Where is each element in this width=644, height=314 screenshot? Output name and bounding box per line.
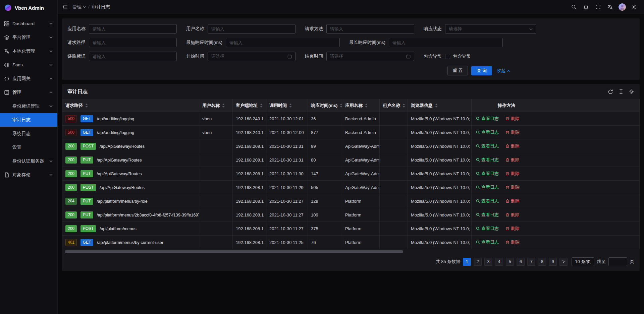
bell-icon[interactable] xyxy=(581,2,591,12)
view-log-button[interactable]: 查看日志 xyxy=(476,171,499,177)
column-header-browser-info[interactable]: 浏览器信息 xyxy=(408,99,472,112)
page-button[interactable]: 7 xyxy=(527,258,535,266)
delete-button[interactable]: 删除 xyxy=(505,226,520,232)
sidebar-item-object-storage[interactable]: 对象存储 xyxy=(0,168,57,182)
view-log-button[interactable]: 查看日志 xyxy=(476,226,499,232)
sidebar-item-system-log[interactable]: 系统日志 xyxy=(0,127,57,140)
table-row[interactable]: 200 POST /api/ApiGateway/Routes 192.168.… xyxy=(62,139,640,153)
table-row[interactable]: 401 GET /api/platform/menus/by-current-u… xyxy=(62,236,640,249)
sidebar-item-audit-log[interactable]: 审计日志 xyxy=(0,113,57,127)
delete-button[interactable]: 删除 xyxy=(505,157,520,163)
table-row[interactable]: 200 PUT /api/platform/menus/2b3accf8-4fb… xyxy=(62,208,640,222)
sidebar-item-platform[interactable]: 平台管理 xyxy=(0,30,57,44)
page-button[interactable]: 9 xyxy=(549,258,557,266)
delete-button[interactable]: 删除 xyxy=(505,184,520,190)
localization-icon xyxy=(4,49,9,54)
table-row[interactable]: 500 GET /api/auditing/logging vben 192.1… xyxy=(62,112,640,126)
column-header-client-address[interactable]: 客户端地址 xyxy=(233,99,266,112)
page-button[interactable]: 3 xyxy=(484,258,492,266)
sidebar-item-auth-server[interactable]: 身份认证服务器 xyxy=(0,154,57,168)
column-header-user-name[interactable]: 用户名称 xyxy=(199,99,233,112)
column-header-tenant-name[interactable]: 租户名称 xyxy=(380,99,408,112)
sidebar-item-dashboard[interactable]: Dashboard xyxy=(0,17,57,30)
query-button[interactable]: 查 询 xyxy=(471,66,492,75)
page-button[interactable]: 1 xyxy=(463,258,471,266)
end-time-picker[interactable]: 请选择 xyxy=(326,52,414,61)
browser-info-cell: Mozilla/5.0 (Windows NT 10.0; Win xyxy=(408,112,472,126)
column-header-call-time[interactable]: 调用时间 xyxy=(266,99,308,112)
chevron-up-icon xyxy=(507,70,510,72)
scrollbar-thumb[interactable] xyxy=(65,250,403,253)
delete-button[interactable]: 删除 xyxy=(505,116,520,122)
sidebar-fold-icon[interactable] xyxy=(62,5,68,9)
page-button[interactable]: 4 xyxy=(495,258,503,266)
max-response-time-input[interactable] xyxy=(389,38,503,47)
reset-button[interactable]: 重 置 xyxy=(447,66,468,75)
avatar[interactable] xyxy=(617,2,627,12)
row-height-icon[interactable] xyxy=(619,89,624,95)
page-button[interactable]: 2 xyxy=(474,258,482,266)
delete-button[interactable]: 删除 xyxy=(505,239,520,245)
breadcrumb-root[interactable]: 管理 xyxy=(72,4,86,10)
view-log-button[interactable]: 查看日志 xyxy=(476,157,499,163)
search-icon[interactable] xyxy=(569,2,579,12)
sidebar-item-gateway[interactable]: 应用网关 xyxy=(0,72,57,85)
view-log-button[interactable]: 查看日志 xyxy=(476,198,499,204)
app-name-input[interactable] xyxy=(89,24,177,34)
sidebar-item-localization[interactable]: 本地化管理 xyxy=(0,44,57,58)
column-header-response-time[interactable]: 响应时间(ms) xyxy=(308,99,342,112)
delete-button[interactable]: 删除 xyxy=(505,143,520,149)
page-button[interactable]: 8 xyxy=(538,258,546,266)
view-log-button[interactable]: 查看日志 xyxy=(476,239,499,245)
magnifier-icon xyxy=(476,158,480,162)
response-status-select[interactable]: 请选择 xyxy=(445,24,536,34)
delete-button[interactable]: 删除 xyxy=(505,171,520,177)
next-page-button[interactable] xyxy=(559,258,568,266)
table-row[interactable]: 204 PUT /api/platform/menus/by-role 192.… xyxy=(62,194,640,208)
sidebar-item-identity[interactable]: 身份标识管理 xyxy=(0,99,57,113)
fullscreen-icon[interactable] xyxy=(593,2,603,12)
view-log-button[interactable]: 查看日志 xyxy=(476,212,499,218)
table-row[interactable]: 500 GET /api/auditing/logging vben 192.1… xyxy=(62,126,640,139)
sidebar-item-saas[interactable]: Saas xyxy=(0,58,57,72)
audit-log-table: 请求路径 用户名称 客户端地址 调用时间 响应时间(ms) 应用名称 租户名称 … xyxy=(62,99,640,249)
page-button[interactable]: 6 xyxy=(517,258,525,266)
call-time-cell: 2021-10-30 12:01 xyxy=(266,112,308,126)
request-method-input[interactable] xyxy=(326,24,414,34)
delete-button[interactable]: 删除 xyxy=(505,198,520,204)
request-path: /api/auditing/logging xyxy=(97,130,134,135)
trace-id-input[interactable] xyxy=(89,52,177,61)
table-row[interactable]: 200 POST /api/ApiGateway/Routes 192.168.… xyxy=(62,181,640,194)
delete-button[interactable]: 删除 xyxy=(505,212,520,218)
response-time-cell: 147 xyxy=(308,167,342,181)
collapse-link[interactable]: 收起 xyxy=(497,68,510,74)
column-header-app-name[interactable]: 应用名称 xyxy=(342,99,380,112)
sidebar-item-management[interactable]: 管理 xyxy=(0,85,57,99)
browser-info-cell: Mozilla/5.0 (Windows NT 10.0; Win xyxy=(408,208,472,222)
pagination: 共 85 条数据 1 2 3 4 5 xyxy=(62,254,640,271)
column-settings-icon[interactable] xyxy=(629,89,634,95)
min-response-time-input[interactable] xyxy=(226,38,340,47)
refresh-icon[interactable] xyxy=(608,89,613,95)
settings-gear-icon[interactable] xyxy=(629,2,639,12)
logo[interactable]: Vben Admin xyxy=(0,0,57,15)
table-row[interactable]: 200 PUT /api/ApiGateway/Routes 192.168.2… xyxy=(62,167,640,181)
view-log-button[interactable]: 查看日志 xyxy=(476,184,499,190)
start-time-picker[interactable]: 请选择 xyxy=(208,52,296,61)
delete-button[interactable]: 删除 xyxy=(505,129,520,135)
view-log-button[interactable]: 查看日志 xyxy=(476,143,499,149)
table-row[interactable]: 200 PUT /api/ApiGateway/Routes 192.168.2… xyxy=(62,153,640,167)
request-path-input[interactable] xyxy=(89,38,177,47)
has-exception-checkbox[interactable] xyxy=(445,54,450,59)
translate-icon[interactable] xyxy=(605,2,615,12)
sidebar-item-settings[interactable]: 设置 xyxy=(0,140,57,154)
page-size-select[interactable]: 10 条/页 xyxy=(572,257,594,266)
view-log-button[interactable]: 查看日志 xyxy=(476,116,499,122)
column-header-request-path[interactable]: 请求路径 xyxy=(62,99,199,112)
app-name-cell: Platform xyxy=(342,236,380,249)
user-name-input[interactable] xyxy=(208,24,296,34)
table-row[interactable]: 200 POST /api/platform/menus 192.168.208… xyxy=(62,222,640,236)
page-button[interactable]: 5 xyxy=(506,258,514,266)
jump-page-input[interactable] xyxy=(608,257,627,266)
view-log-button[interactable]: 查看日志 xyxy=(476,129,499,135)
